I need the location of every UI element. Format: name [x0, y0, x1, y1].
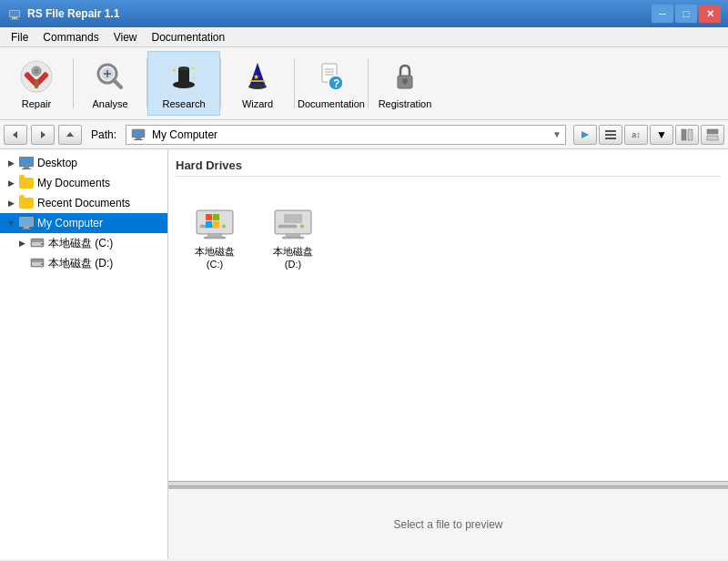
sidebar-item-desktop[interactable]: ▶ Desktop: [0, 153, 167, 173]
drive-item-d[interactable]: 本地磁盘 (D:): [261, 191, 325, 276]
svg-rect-74: [204, 237, 226, 239]
drive-c-label: 本地磁盘 (C:): [189, 245, 240, 270]
svg-rect-38: [133, 130, 144, 137]
addr-go-button[interactable]: [573, 125, 597, 145]
research-icon: ✦ ✦ ★: [166, 58, 202, 95]
svg-marker-36: [66, 132, 74, 137]
svg-rect-1: [10, 11, 19, 16]
addr-right-buttons: a↕ ▼: [573, 125, 724, 145]
app-icon: [7, 6, 22, 21]
recent-documents-label: Recent Documents: [37, 197, 130, 209]
expand-my-documents: ▶: [4, 176, 18, 190]
svg-rect-59: [32, 240, 43, 242]
toolbar-research-button[interactable]: ✦ ✦ ★ Research: [147, 51, 220, 116]
preview-text: Select a file to preview: [393, 518, 502, 531]
toolbar-wizard-button[interactable]: ★ Wizard: [221, 51, 294, 116]
menu-file[interactable]: File: [4, 29, 35, 46]
menu-commands[interactable]: Commands: [35, 29, 106, 46]
sidebar-item-my-computer[interactable]: ▼ My Computer: [0, 213, 167, 233]
addr-panel-toggle-2[interactable]: [701, 125, 724, 145]
addr-more-button[interactable]: ▼: [650, 125, 673, 145]
maximize-button[interactable]: □: [675, 5, 697, 23]
svg-rect-81: [282, 237, 304, 239]
svg-rect-40: [134, 139, 143, 140]
close-button[interactable]: ✕: [699, 5, 721, 23]
addr-panel-toggle-1[interactable]: [675, 125, 699, 145]
svg-rect-71: [206, 221, 212, 228]
nav-forward-button[interactable]: [31, 125, 55, 145]
my-documents-label: My Documents: [37, 177, 110, 189]
toolbar-repair-button[interactable]: Repair: [0, 51, 73, 116]
svg-rect-79: [284, 214, 302, 223]
menu-documentation[interactable]: Documentation: [145, 29, 233, 46]
svg-rect-39: [136, 138, 141, 139]
svg-rect-70: [213, 214, 219, 220]
toolbar-documentation-button[interactable]: ? Documentation: [295, 51, 368, 116]
menu-bar: File Commands View Documentation: [0, 27, 728, 47]
svg-rect-47: [707, 129, 718, 134]
registration-icon: [387, 58, 423, 95]
nav-up-button[interactable]: [58, 125, 82, 145]
drive-d-icon: [29, 255, 46, 271]
svg-rect-33: [404, 81, 406, 85]
desktop-label: Desktop: [37, 157, 77, 169]
drive-item-c[interactable]: 本地磁盘 (C:): [183, 191, 247, 276]
desktop-icon: [18, 155, 35, 171]
path-label: Path:: [86, 128, 122, 141]
content-area: Hard Drives: [168, 149, 728, 481]
title-bar-left: RS File Repair 1.1: [7, 6, 119, 21]
toolbar-analyse-button[interactable]: Analyse: [74, 51, 147, 116]
svg-rect-56: [22, 229, 31, 230]
minimize-button[interactable]: ─: [652, 5, 673, 23]
menu-view[interactable]: View: [106, 29, 145, 46]
svg-text:★: ★: [253, 73, 259, 81]
addr-size-dropdown[interactable]: a↕: [624, 125, 648, 145]
title-bar: RS File Repair 1.1 ─ □ ✕: [0, 0, 728, 27]
svg-rect-42: [605, 130, 616, 132]
sidebar-item-local-disk-d[interactable]: ▶ 本地磁盘 (D:): [0, 253, 167, 273]
path-value: My Computer: [152, 128, 552, 141]
svg-rect-48: [707, 136, 718, 140]
svg-rect-16: [178, 68, 189, 85]
content-panel: Hard Drives: [168, 149, 728, 559]
svg-rect-7: [35, 79, 38, 88]
repair-label: Repair: [22, 98, 51, 109]
documentation-icon: ?: [313, 58, 349, 95]
svg-rect-46: [688, 129, 693, 140]
preview-area: Select a file to preview: [168, 486, 728, 559]
expand-my-computer: ▼: [4, 216, 18, 230]
toolbar: Repair Analyse ✦: [0, 47, 728, 120]
svg-rect-63: [32, 260, 43, 262]
sidebar: ▶ Desktop ▶ My Documents ▶: [0, 149, 168, 559]
svg-text:✦: ✦: [191, 66, 196, 71]
drive-c-large-icon: [193, 198, 237, 241]
main-layout: ▶ Desktop ▶ My Documents ▶: [0, 149, 728, 559]
nav-back-button[interactable]: [4, 125, 27, 145]
svg-rect-80: [286, 234, 300, 237]
svg-marker-35: [41, 131, 46, 138]
addr-view-dropdown[interactable]: [599, 125, 622, 145]
local-disk-c-label: 本地磁盘 (C:): [48, 236, 113, 251]
sidebar-item-local-disk-c[interactable]: ▶ 本地磁盘 (C:): [0, 233, 167, 253]
svg-rect-50: [20, 158, 33, 166]
repair-icon: [18, 58, 55, 95]
sidebar-item-my-documents[interactable]: ▶ My Documents: [0, 173, 167, 193]
research-label: Research: [162, 98, 205, 109]
svg-rect-3: [10, 19, 19, 20]
svg-rect-73: [207, 234, 222, 237]
toolbar-registration-button[interactable]: Registration: [369, 51, 441, 116]
svg-point-60: [41, 243, 43, 245]
my-computer-icon: [18, 215, 35, 231]
wizard-icon: ★: [239, 58, 276, 95]
svg-point-9: [34, 68, 39, 74]
drive-c-icon: [29, 235, 46, 251]
drive-d-large-icon: [271, 198, 315, 241]
sidebar-item-recent-documents[interactable]: ▶ Recent Documents: [0, 193, 167, 213]
path-combo[interactable]: My Computer ▼: [126, 125, 566, 145]
analyse-label: Analyse: [92, 98, 127, 109]
analyse-icon: [92, 58, 128, 95]
expand-desktop: ▶: [4, 156, 18, 170]
my-documents-icon: [18, 175, 35, 191]
svg-text:★: ★: [192, 75, 197, 80]
my-computer-label: My Computer: [37, 217, 103, 230]
